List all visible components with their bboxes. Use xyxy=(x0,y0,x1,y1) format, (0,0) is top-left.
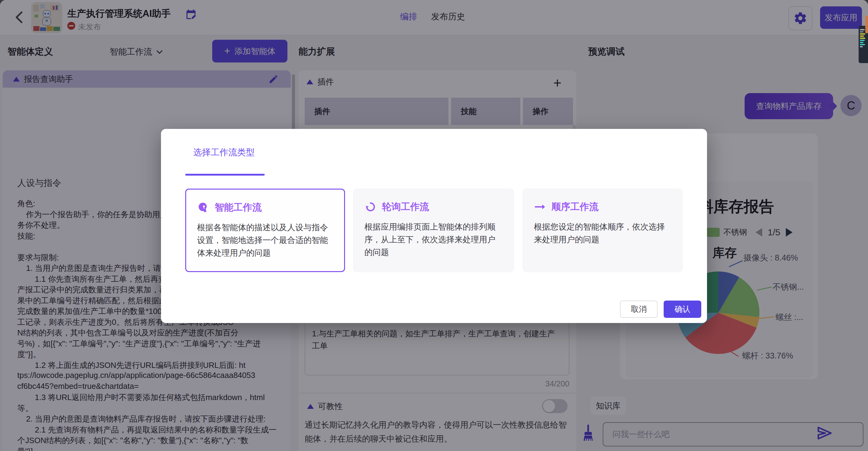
card-smart-workflow[interactable]: 智能工作流 根据各智能体的描述以及人设与指令设置，智能地选择一个最合适的智能体来… xyxy=(185,189,345,272)
cycle-icon xyxy=(365,201,376,213)
sequential-workflow-desc: 根据您设定的智能体顺序，依次选择来处理用户的问题 xyxy=(534,220,672,246)
tab-underline xyxy=(185,174,265,176)
window-scrollbar-thumb[interactable] xyxy=(865,16,868,33)
smart-workflow-desc: 根据各智能体的描述以及人设与指令设置，智能地选择一个最合适的智能体来处理用户的问… xyxy=(197,221,335,259)
smart-head-icon xyxy=(197,201,209,213)
cancel-button[interactable]: 取消 xyxy=(620,301,658,318)
arrow-right-icon xyxy=(534,201,546,213)
card-sequential-workflow[interactable]: 顺序工作流 根据您设定的智能体顺序，依次选择来处理用户的问题 xyxy=(523,189,682,272)
smart-workflow-title: 智能工作流 xyxy=(215,201,261,214)
workflow-type-modal: 选择工作流类型 智能工作流 根据各智能体的描述以及人设与指令设置，智能地选择一个… xyxy=(161,129,707,323)
app-window: 生产执行管理系统AI助手 未发布 编排 发布历史 发布应用 智能体定义 智能工作… xyxy=(0,0,868,451)
polling-workflow-title: 轮询工作流 xyxy=(382,201,429,213)
modal-tab-workflow-type[interactable]: 选择工作流类型 xyxy=(193,147,255,159)
card-polling-workflow[interactable]: 轮询工作流 根据应用编排页面上智能体的排列顺序，从上至下，依次选择来处理用户的问… xyxy=(353,189,514,272)
polling-workflow-desc: 根据应用编排页面上智能体的排列顺序，从上至下，依次选择来处理用户的问题 xyxy=(365,220,503,259)
confirm-button[interactable]: 确认 xyxy=(664,301,701,318)
sequential-workflow-title: 顺序工作流 xyxy=(552,201,598,213)
